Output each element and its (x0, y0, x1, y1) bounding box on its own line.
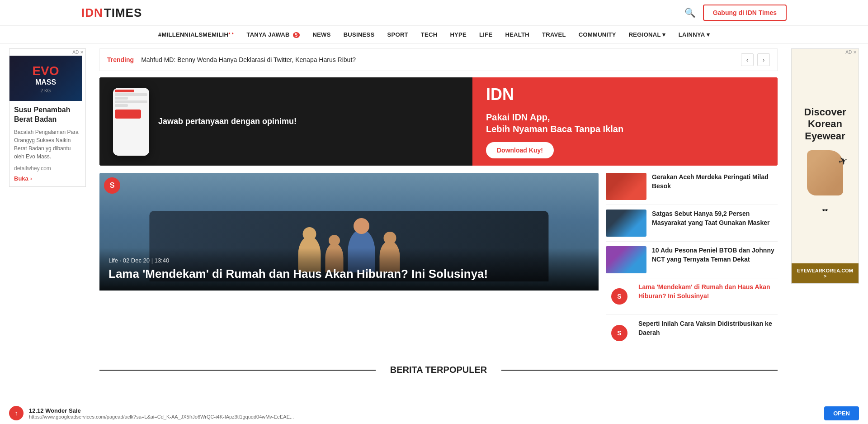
phone-bar-5 (115, 104, 128, 107)
side-article-3[interactable]: 10 Adu Pesona Peniel BTOB dan Johnny NCT… (606, 246, 778, 278)
side-article-3-image (606, 246, 646, 273)
search-icon[interactable]: 🔍 (684, 7, 696, 18)
side-article-3-title: 10 Adu Pesona Peniel BTOB dan Johnny NCT… (652, 246, 778, 264)
side-article-2-image (606, 210, 646, 237)
side-article-3-content: 10 Adu Pesona Peniel BTOB dan Johnny NCT… (652, 246, 778, 264)
left-ad-box: AD ✕ EVO MASS 2 KG Susu Penambah Berat B… (9, 48, 86, 187)
side-article-4-badge: S (611, 288, 627, 305)
nav-item-business[interactable]: BUSINESS (337, 26, 381, 43)
left-ad-open-button[interactable]: Buka › (14, 175, 81, 182)
logo-idn: IDN (81, 6, 103, 20)
logo[interactable]: IDN TIMES (81, 6, 142, 20)
articles-grid: S Life · 02 Dec 20 | 13:40 Lama 'Mendeka… (99, 173, 778, 351)
phone-bar-3 (115, 97, 128, 100)
left-ad-panel: AD ✕ EVO MASS 2 KG Susu Penambah Berat B… (0, 44, 90, 391)
header-right: 🔍 Gabung di IDN Times (684, 5, 787, 21)
left-ad-title: Susu Penambah Berat Badan (14, 105, 81, 124)
banner-idn-label: IDN (486, 85, 514, 104)
nav-item-millennials[interactable]: #MILLENNIALSMEMILIH● (152, 26, 240, 43)
banner-left: Jawab pertanyaan dengan opinimu! (99, 77, 472, 166)
header: IDN TIMES 🔍 Gabung di IDN Times (0, 0, 868, 26)
ad-label-left: AD ✕ (9, 49, 85, 56)
join-button[interactable]: Gabung di IDN Times (703, 5, 787, 21)
trending-prev-button[interactable]: ‹ (741, 53, 754, 66)
trending-label: Trending (107, 56, 134, 63)
nav-item-travel[interactable]: TRAVEL (536, 26, 572, 43)
side-article-4-content: Lama 'Mendekam' di Rumah dan Haus Akan H… (638, 283, 778, 300)
berita-line-left (99, 370, 376, 371)
main-nav: #MILLENNIALSMEMILIH● TANYA JAWAB 5 NEWS … (0, 26, 868, 44)
berita-header: BERITA TERPOPULER (99, 365, 778, 375)
nav-item-lainnya[interactable]: LAINNYA ▾ (672, 26, 716, 43)
side-article-2-title: Satgas Sebut Hanya 59,2 Persen Masyaraka… (652, 210, 778, 227)
trending-text: Mahfud MD: Benny Wenda Hanya Deklarasi d… (141, 56, 734, 63)
nav-item-tech[interactable]: TECH (415, 26, 444, 43)
nav-item-community[interactable]: COMMUNITY (572, 26, 623, 43)
phone-bar-2 (115, 93, 147, 96)
main-article-image: S Life · 02 Dec 20 | 13:40 Lama 'Mendeka… (99, 173, 599, 291)
nav-item-regional[interactable]: REGIONAL ▾ (623, 26, 672, 43)
right-ad-panel: AD ✕ Discover Korean Eyewear ✈ 🕶️ EYEWEA… (787, 44, 868, 391)
side-article-5-content: Seperti Inilah Cara Vaksin Didistribusik… (638, 319, 778, 337)
banner-right: IDN Pakai IDN App,Lebih Nyaman Baca Tanp… (472, 77, 778, 166)
right-ad-graphic: ✈ (807, 150, 843, 195)
right-ad-cta[interactable]: EYEWEARKOREA.COM > (792, 263, 859, 283)
logo-times: TIMES (104, 6, 142, 20)
right-ad-label: AD ✕ (792, 49, 859, 56)
phone-bar-1 (115, 90, 134, 92)
main-article-overlay: Life · 02 Dec 20 | 13:40 Lama 'Mendekam'… (99, 248, 599, 291)
side-article-1-image (606, 173, 646, 200)
berita-title: BERITA TERPOPULER (383, 365, 494, 375)
side-article-1-content: Gerakan Aceh Merdeka Peringati Milad Bes… (652, 173, 778, 191)
main-article[interactable]: S Life · 02 Dec 20 | 13:40 Lama 'Mendeka… (99, 173, 599, 351)
main-article-title: Lama 'Mendekam' di Rumah dan Haus Akan H… (108, 267, 590, 282)
banner-tagline: Pakai IDN App,Lebih Nyaman Baca Tanpa Ik… (486, 111, 623, 135)
phone-bar-btn (115, 110, 141, 119)
nav-item-health[interactable]: HEALTH (499, 26, 536, 43)
nav-item-sport[interactable]: SPORT (381, 26, 415, 43)
trending-bar: Trending Mahfud MD: Benny Wenda Hanya De… (99, 48, 778, 71)
nav-item-life[interactable]: LIFE (473, 26, 499, 43)
banner-left-text: Jawab pertanyaan dengan opinimu! (158, 116, 297, 127)
banner-download-button[interactable]: Download Kuy! (486, 142, 554, 158)
main-article-category: Life · 02 Dec 20 | 13:40 (108, 257, 590, 264)
phone-bar-4 (115, 100, 147, 103)
left-ad-content: Susu Penambah Berat Badan Bacalah Pengal… (9, 101, 85, 186)
side-article-1[interactable]: Gerakan Aceh Merdeka Peringati Milad Bes… (606, 173, 778, 205)
side-articles: Gerakan Aceh Merdeka Peringati Milad Bes… (606, 173, 778, 351)
side-article-5-badge: S (611, 325, 627, 341)
right-ad-image-area: Discover Korean Eyewear ✈ 🕶️ (792, 56, 859, 263)
trending-next-button[interactable]: › (757, 53, 770, 66)
right-ad-box: AD ✕ Discover Korean Eyewear ✈ 🕶️ EYEWEA… (791, 48, 859, 284)
side-article-4-title: Lama 'Mendekam' di Rumah dan Haus Akan H… (638, 283, 778, 300)
berita-line-right (501, 370, 778, 371)
nav-item-tanya-jawab[interactable]: TANYA JAWAB 5 (240, 26, 306, 43)
right-ad-desc: 🕶️ (822, 207, 828, 213)
left-ad-image: EVO MASS 2 KG (9, 56, 82, 101)
side-article-2[interactable]: Satgas Sebut Hanya 59,2 Persen Masyaraka… (606, 210, 778, 242)
berita-section: BERITA TERPOPULER (99, 356, 778, 387)
phone-screen (113, 88, 149, 156)
side-article-4[interactable]: S Lama 'Mendekam' di Rumah dan Haus Akan… (606, 283, 778, 315)
left-ad-text: Bacalah Pengalaman Para Orangyg Sukses N… (14, 128, 81, 161)
left-ad-source: detailwhey.com (14, 165, 81, 172)
trending-arrows: ‹ › (741, 53, 770, 66)
right-ad-title: Discover Korean Eyewear (799, 106, 851, 142)
banner-ad[interactable]: Jawab pertanyaan dengan opinimu! IDN Pak… (99, 77, 778, 166)
nav-item-news[interactable]: NEWS (306, 26, 337, 43)
side-article-5[interactable]: S Seperti Inilah Cara Vaksin Didistribus… (606, 319, 778, 351)
side-article-1-title: Gerakan Aceh Merdeka Peringati Milad Bes… (652, 173, 778, 191)
side-article-5-title: Seperti Inilah Cara Vaksin Didistribusik… (638, 319, 778, 337)
center-content: Trending Mahfud MD: Benny Wenda Hanya De… (90, 44, 787, 391)
banner-phone (113, 88, 149, 156)
nav-item-hype[interactable]: HYPE (443, 26, 473, 43)
side-article-2-content: Satgas Sebut Hanya 59,2 Persen Masyaraka… (652, 210, 778, 227)
